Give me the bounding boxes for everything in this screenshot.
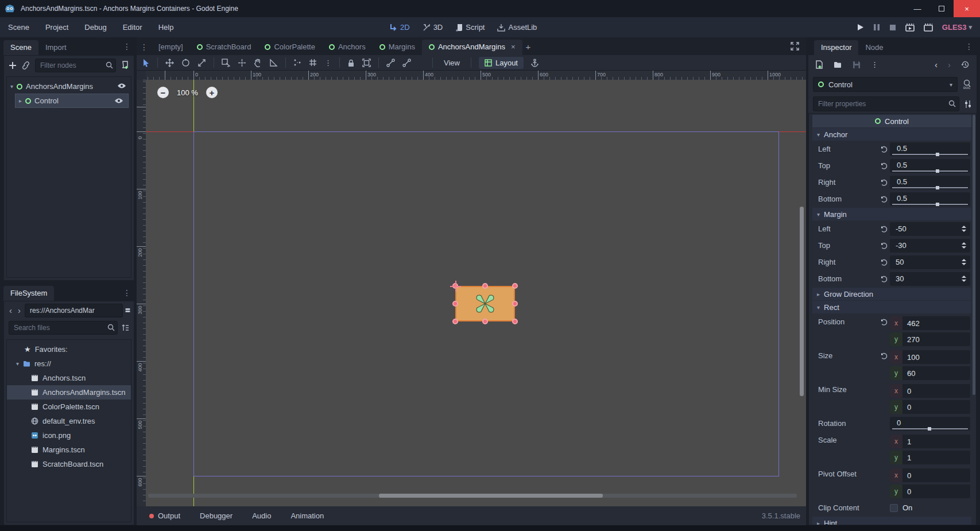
mode-script-button[interactable]: Script bbox=[455, 23, 485, 32]
filter-nodes-input[interactable] bbox=[35, 59, 116, 72]
group-icon[interactable] bbox=[362, 59, 371, 67]
skeleton-icon[interactable] bbox=[386, 59, 395, 67]
zoom-level[interactable]: 100 % bbox=[177, 88, 198, 97]
favorites-row[interactable]: ★Favorites: bbox=[7, 342, 131, 356]
scale-tool-icon[interactable] bbox=[197, 59, 206, 67]
renderer-dropdown[interactable]: GLES3▾ bbox=[942, 23, 972, 32]
sort-files-icon[interactable] bbox=[121, 324, 129, 332]
visibility-toggle-icon[interactable] bbox=[114, 98, 123, 104]
resize-handle-r[interactable] bbox=[512, 301, 518, 307]
fs-forward-button[interactable]: › bbox=[16, 305, 22, 315]
rect-scale-y-field[interactable]: y1 bbox=[890, 451, 970, 464]
split-mode-icon[interactable] bbox=[125, 307, 130, 314]
rect-pivot-x-field[interactable]: x0 bbox=[890, 468, 970, 482]
tab-list-menu[interactable]: ⋮ bbox=[137, 42, 152, 55]
snap-options-menu[interactable]: ⋮ bbox=[324, 59, 332, 67]
tab-filesystem[interactable]: FileSystem bbox=[3, 286, 54, 301]
revert-icon[interactable] bbox=[878, 318, 890, 326]
mode-3d-button[interactable]: 3D bbox=[423, 23, 443, 32]
file-row[interactable]: ScratchBoard.tscn bbox=[7, 457, 131, 471]
rect-position-y-field[interactable]: y270 bbox=[890, 332, 970, 346]
menu-scene[interactable]: Scene bbox=[0, 17, 37, 37]
filesystem-dock-menu[interactable]: ⋮ bbox=[123, 288, 131, 297]
anchor-bottom-slider[interactable]: 0.5 bbox=[890, 192, 970, 206]
anchor-right-slider[interactable]: 0.5 bbox=[890, 176, 970, 189]
file-row[interactable]: Margins.tscn bbox=[7, 443, 131, 457]
new-scene-tab-button[interactable]: + bbox=[522, 42, 537, 55]
file-row[interactable]: Anchors.tscn bbox=[7, 371, 131, 385]
rect-pivot-y-field[interactable]: y0 bbox=[890, 485, 970, 498]
anchor-mode-icon[interactable] bbox=[531, 59, 539, 67]
anchor-left-slider[interactable]: 0.5 bbox=[890, 142, 970, 156]
move-tool-icon[interactable] bbox=[165, 59, 174, 67]
rect-scale-x-field[interactable]: x1 bbox=[890, 435, 970, 448]
resize-handle-t[interactable] bbox=[482, 283, 488, 289]
tab-node[interactable]: Node bbox=[858, 40, 890, 55]
history-list-button[interactable] bbox=[961, 60, 970, 69]
distraction-free-icon[interactable] bbox=[791, 42, 799, 51]
scene-tab[interactable]: ColorPalette bbox=[258, 40, 322, 55]
section-anchor[interactable]: ▾Anchor bbox=[812, 128, 971, 141]
fs-path-field[interactable] bbox=[25, 304, 123, 317]
visibility-toggle-icon[interactable] bbox=[117, 83, 126, 89]
instance-scene-button[interactable] bbox=[21, 61, 30, 69]
filter-properties-input[interactable] bbox=[813, 96, 959, 111]
scene-tab[interactable]: ScratchBoard bbox=[190, 40, 258, 55]
revert-icon[interactable] bbox=[878, 275, 890, 283]
scrollbar-thumb[interactable] bbox=[379, 494, 603, 498]
output-panel-button[interactable]: Output bbox=[149, 511, 180, 520]
scene-tab[interactable]: Margins bbox=[373, 40, 422, 55]
pause-button[interactable] bbox=[873, 24, 880, 31]
scene-dock-menu[interactable]: ⋮ bbox=[123, 42, 131, 51]
ruler-tool-icon[interactable] bbox=[269, 59, 278, 67]
scene-tab[interactable]: Anchors bbox=[322, 40, 373, 55]
mode-assetlib-button[interactable]: AssetLib bbox=[497, 23, 537, 32]
revert-icon[interactable] bbox=[878, 195, 890, 203]
spin-arrows-icon[interactable] bbox=[962, 242, 970, 249]
horizontal-scrollbar[interactable] bbox=[148, 494, 797, 498]
zoom-out-button[interactable]: − bbox=[157, 87, 169, 98]
expand-icon[interactable]: ▸ bbox=[19, 98, 22, 104]
vertical-scrollbar[interactable] bbox=[800, 207, 804, 396]
view-menu[interactable]: View bbox=[440, 59, 463, 67]
skeleton-options-icon[interactable] bbox=[402, 59, 411, 67]
rect-size-y-field[interactable]: y60 bbox=[890, 366, 970, 380]
file-row[interactable]: default_env.tres bbox=[7, 414, 131, 428]
history-back-button[interactable]: ‹ bbox=[935, 60, 938, 69]
margin-right-field[interactable]: 50 bbox=[890, 255, 970, 269]
add-node-button[interactable] bbox=[9, 61, 17, 69]
spin-arrows-icon[interactable] bbox=[962, 226, 970, 232]
mode-2d-button[interactable]: 2D bbox=[389, 23, 410, 32]
resize-handle-l[interactable] bbox=[452, 301, 458, 307]
resource-options-menu[interactable]: ⋮ bbox=[871, 60, 878, 69]
file-row[interactable]: ColorPalette.tscn bbox=[7, 400, 131, 414]
layout-menu-button[interactable]: Layout bbox=[479, 57, 524, 69]
edited-object-dropdown[interactable]: Control ▾ bbox=[813, 77, 958, 92]
search-files-input[interactable] bbox=[9, 321, 118, 335]
menu-editor[interactable]: Editor bbox=[115, 17, 150, 37]
new-resource-button[interactable] bbox=[815, 60, 823, 69]
list-select-tool-icon[interactable] bbox=[222, 59, 230, 67]
margin-top-field[interactable]: -30 bbox=[890, 239, 970, 253]
tab-scene[interactable]: Scene bbox=[3, 40, 38, 55]
resize-handle-bl[interactable] bbox=[452, 319, 458, 324]
revert-icon[interactable] bbox=[878, 145, 890, 153]
file-row-selected[interactable]: AnchorsAndMargins.tscn bbox=[7, 385, 131, 400]
margin-left-field[interactable]: -50 bbox=[890, 222, 970, 236]
load-resource-button[interactable] bbox=[834, 61, 842, 68]
audio-panel-button[interactable]: Audio bbox=[252, 511, 271, 520]
menu-debug[interactable]: Debug bbox=[76, 17, 114, 37]
section-rect[interactable]: ▾Rect bbox=[812, 301, 971, 313]
close-button[interactable]: × bbox=[954, 0, 980, 17]
pivot-crosshair-icon[interactable] bbox=[450, 281, 461, 292]
lock-icon[interactable] bbox=[347, 59, 355, 67]
revert-icon[interactable] bbox=[878, 179, 890, 187]
root-folder-row[interactable]: ▾res:// bbox=[7, 356, 131, 371]
menu-project[interactable]: Project bbox=[37, 17, 76, 37]
rect-rotation-slider[interactable]: 0 bbox=[890, 417, 970, 431]
2d-canvas[interactable]: 0 100 200 300 400 500 600 700 800 900 10… bbox=[137, 71, 806, 506]
spin-arrows-icon[interactable] bbox=[962, 276, 970, 282]
revert-icon[interactable] bbox=[878, 352, 890, 360]
collapse-icon[interactable]: ▾ bbox=[10, 83, 13, 90]
file-row[interactable]: icon.png bbox=[7, 428, 131, 443]
